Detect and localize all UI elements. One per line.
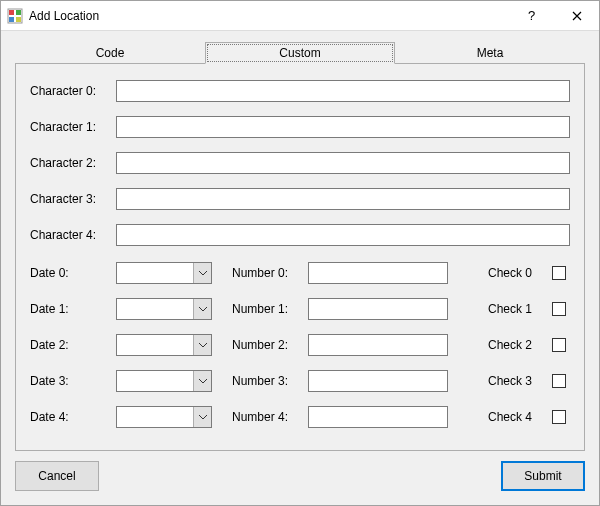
date-label: Date 4: — [30, 410, 108, 424]
character-2-input[interactable] — [116, 152, 570, 174]
row-2: Date 2: Number 2: Check 2 — [30, 334, 570, 356]
chevron-down-icon — [193, 407, 211, 427]
date-3-input[interactable] — [116, 370, 212, 392]
close-button[interactable] — [554, 1, 599, 31]
row-0: Date 0: Number 0: Check 0 — [30, 262, 570, 284]
titlebar: Add Location ? — [1, 1, 599, 31]
app-icon — [7, 8, 23, 24]
tab-code[interactable]: Code — [15, 42, 205, 64]
number-1-input[interactable] — [308, 298, 448, 320]
date-label: Date 2: — [30, 338, 108, 352]
character-row-2: Character 2: — [30, 152, 570, 174]
character-row-4: Character 4: — [30, 224, 570, 246]
help-button[interactable]: ? — [509, 1, 554, 31]
check-2-checkbox[interactable] — [552, 338, 566, 352]
check-label: Check 1 — [488, 302, 544, 316]
tab-label: Code — [96, 46, 125, 60]
tab-meta[interactable]: Meta — [395, 42, 585, 64]
chevron-down-icon — [193, 263, 211, 283]
check-label: Check 0 — [488, 266, 544, 280]
submit-button[interactable]: Submit — [501, 461, 585, 491]
date-label: Date 0: — [30, 266, 108, 280]
svg-rect-1 — [9, 10, 14, 15]
character-label: Character 3: — [30, 192, 108, 206]
date-2-input[interactable] — [116, 334, 212, 356]
number-label: Number 0: — [232, 266, 300, 280]
window-title: Add Location — [29, 9, 99, 23]
close-icon — [572, 11, 582, 21]
number-4-input[interactable] — [308, 406, 448, 428]
chevron-down-icon — [193, 335, 211, 355]
tab-custom[interactable]: Custom — [205, 42, 395, 64]
date-4-input[interactable] — [116, 406, 212, 428]
cancel-button[interactable]: Cancel — [15, 461, 99, 491]
number-3-input[interactable] — [308, 370, 448, 392]
row-3: Date 3: Number 3: Check 3 — [30, 370, 570, 392]
check-4-checkbox[interactable] — [552, 410, 566, 424]
character-row-3: Character 3: — [30, 188, 570, 210]
character-3-input[interactable] — [116, 188, 570, 210]
chevron-down-icon — [193, 299, 211, 319]
chevron-down-icon — [193, 371, 211, 391]
character-1-input[interactable] — [116, 116, 570, 138]
check-label: Check 3 — [488, 374, 544, 388]
tab-label: Meta — [477, 46, 504, 60]
date-label: Date 3: — [30, 374, 108, 388]
svg-rect-3 — [9, 17, 14, 22]
date-number-check-grid: Date 0: Number 0: Check 0 Date 1: — [30, 262, 570, 428]
row-4: Date 4: Number 4: Check 4 — [30, 406, 570, 428]
character-label: Character 2: — [30, 156, 108, 170]
number-2-input[interactable] — [308, 334, 448, 356]
character-row-1: Character 1: — [30, 116, 570, 138]
character-row-0: Character 0: — [30, 80, 570, 102]
client-area: Code Custom Meta Character 0: Character … — [1, 31, 599, 505]
character-label: Character 4: — [30, 228, 108, 242]
help-icon: ? — [528, 8, 535, 23]
tab-strip: Code Custom Meta — [15, 41, 585, 63]
tab-label: Custom — [279, 46, 320, 60]
dialog-window: Add Location ? Code Custom Meta — [0, 0, 600, 506]
check-0-checkbox[interactable] — [552, 266, 566, 280]
character-4-input[interactable] — [116, 224, 570, 246]
check-1-checkbox[interactable] — [552, 302, 566, 316]
check-label: Check 2 — [488, 338, 544, 352]
svg-rect-2 — [16, 10, 21, 15]
date-1-input[interactable] — [116, 298, 212, 320]
tab-panel-custom: Character 0: Character 1: Character 2: C… — [15, 63, 585, 451]
number-label: Number 2: — [232, 338, 300, 352]
number-label: Number 4: — [232, 410, 300, 424]
character-0-input[interactable] — [116, 80, 570, 102]
date-0-input[interactable] — [116, 262, 212, 284]
button-label: Submit — [524, 469, 561, 483]
number-label: Number 1: — [232, 302, 300, 316]
row-1: Date 1: Number 1: Check 1 — [30, 298, 570, 320]
dialog-button-row: Cancel Submit — [15, 461, 585, 491]
svg-rect-4 — [16, 17, 21, 22]
button-label: Cancel — [38, 469, 75, 483]
character-label: Character 1: — [30, 120, 108, 134]
date-label: Date 1: — [30, 302, 108, 316]
check-3-checkbox[interactable] — [552, 374, 566, 388]
check-label: Check 4 — [488, 410, 544, 424]
character-label: Character 0: — [30, 84, 108, 98]
number-0-input[interactable] — [308, 262, 448, 284]
number-label: Number 3: — [232, 374, 300, 388]
